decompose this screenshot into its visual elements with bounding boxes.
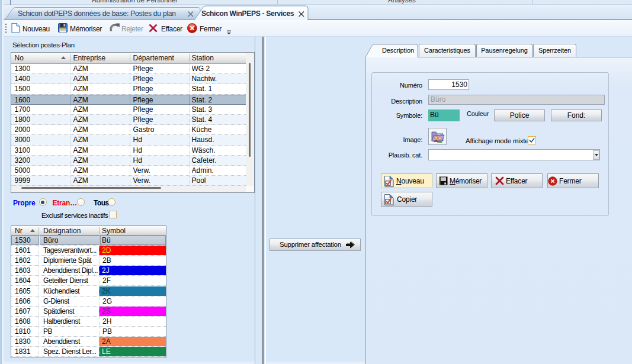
svg-text:Schicon dotPEPS données de bas: Schicon dotPEPS données de base: Postes … [18, 9, 176, 18]
svg-text:Schicon WinPEPS - Services: Schicon WinPEPS - Services [201, 9, 294, 18]
